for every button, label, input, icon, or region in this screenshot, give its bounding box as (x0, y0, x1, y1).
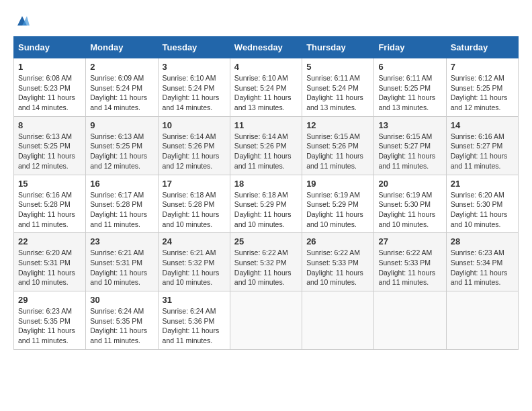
calendar-cell: 20 Sunrise: 6:19 AMSunset: 5:30 PMDaylig… (374, 175, 446, 233)
col-header-monday: Monday (86, 37, 158, 58)
day-info: Sunrise: 6:13 AMSunset: 5:25 PMDaylight:… (18, 132, 75, 170)
calendar-cell: 23 Sunrise: 6:21 AMSunset: 5:31 PMDaylig… (86, 233, 158, 291)
day-info: Sunrise: 6:10 AMSunset: 5:24 PMDaylight:… (234, 74, 292, 111)
day-number: 22 (18, 236, 81, 246)
calendar-cell: 15 Sunrise: 6:16 AMSunset: 5:28 PMDaylig… (14, 175, 86, 233)
day-info: Sunrise: 6:23 AMSunset: 5:35 PMDaylight:… (18, 307, 75, 345)
day-info: Sunrise: 6:22 AMSunset: 5:33 PMDaylight:… (306, 248, 363, 286)
day-number: 17 (163, 179, 226, 189)
day-number: 11 (234, 120, 298, 130)
day-number: 31 (163, 295, 226, 305)
day-info: Sunrise: 6:13 AMSunset: 5:25 PMDaylight:… (90, 132, 147, 170)
col-header-thursday: Thursday (302, 37, 374, 58)
day-number: 9 (90, 120, 153, 130)
calendar-cell: 6 Sunrise: 6:11 AMSunset: 5:25 PMDayligh… (374, 58, 446, 117)
calendar-cell (446, 291, 518, 350)
calendar-cell: 27 Sunrise: 6:22 AMSunset: 5:33 PMDaylig… (374, 233, 446, 291)
calendar-cell: 7 Sunrise: 6:12 AMSunset: 5:25 PMDayligh… (446, 58, 518, 117)
col-header-tuesday: Tuesday (158, 37, 230, 58)
day-number: 15 (18, 179, 81, 189)
header (13, 13, 519, 26)
calendar-body: 1 Sunrise: 6:08 AMSunset: 5:23 PMDayligh… (14, 58, 519, 350)
day-number: 24 (163, 236, 226, 246)
calendar-header-row: SundayMondayTuesdayWednesdayThursdayFrid… (14, 37, 519, 58)
day-info: Sunrise: 6:21 AMSunset: 5:31 PMDaylight:… (90, 248, 147, 286)
calendar-week-row: 1 Sunrise: 6:08 AMSunset: 5:23 PMDayligh… (14, 58, 519, 117)
day-info: Sunrise: 6:16 AMSunset: 5:28 PMDaylight:… (18, 191, 75, 228)
day-number: 20 (378, 179, 441, 189)
col-header-sunday: Sunday (14, 37, 86, 58)
calendar-cell: 25 Sunrise: 6:22 AMSunset: 5:32 PMDaylig… (230, 233, 302, 291)
calendar-week-row: 15 Sunrise: 6:16 AMSunset: 5:28 PMDaylig… (14, 175, 519, 233)
day-number: 2 (90, 62, 153, 72)
day-number: 27 (378, 236, 441, 246)
calendar-cell: 1 Sunrise: 6:08 AMSunset: 5:23 PMDayligh… (14, 58, 86, 117)
day-info: Sunrise: 6:22 AMSunset: 5:32 PMDaylight:… (234, 248, 292, 286)
day-info: Sunrise: 6:12 AMSunset: 5:25 PMDaylight:… (451, 74, 508, 111)
day-number: 7 (451, 62, 514, 72)
day-number: 23 (90, 236, 153, 246)
day-number: 28 (451, 236, 514, 246)
calendar-cell: 30 Sunrise: 6:24 AMSunset: 5:35 PMDaylig… (86, 291, 158, 350)
day-number: 29 (18, 295, 81, 305)
day-number: 3 (163, 62, 226, 72)
calendar-week-row: 8 Sunrise: 6:13 AMSunset: 5:25 PMDayligh… (14, 116, 519, 175)
day-number: 30 (90, 295, 153, 305)
calendar-cell: 8 Sunrise: 6:13 AMSunset: 5:25 PMDayligh… (14, 116, 86, 175)
calendar-cell: 3 Sunrise: 6:10 AMSunset: 5:24 PMDayligh… (158, 58, 230, 117)
day-info: Sunrise: 6:22 AMSunset: 5:33 PMDaylight:… (378, 248, 435, 286)
calendar-cell: 28 Sunrise: 6:23 AMSunset: 5:34 PMDaylig… (446, 233, 518, 291)
col-header-wednesday: Wednesday (230, 37, 302, 58)
calendar-cell: 4 Sunrise: 6:10 AMSunset: 5:24 PMDayligh… (230, 58, 302, 117)
calendar-week-row: 29 Sunrise: 6:23 AMSunset: 5:35 PMDaylig… (14, 291, 519, 350)
calendar-cell (302, 291, 374, 350)
day-info: Sunrise: 6:17 AMSunset: 5:28 PMDaylight:… (90, 191, 147, 228)
calendar-cell: 13 Sunrise: 6:15 AMSunset: 5:27 PMDaylig… (374, 116, 446, 175)
day-info: Sunrise: 6:15 AMSunset: 5:26 PMDaylight:… (306, 132, 363, 170)
day-info: Sunrise: 6:14 AMSunset: 5:26 PMDaylight:… (234, 132, 292, 170)
day-info: Sunrise: 6:16 AMSunset: 5:27 PMDaylight:… (451, 132, 508, 170)
day-info: Sunrise: 6:18 AMSunset: 5:29 PMDaylight:… (234, 191, 292, 228)
calendar-cell: 18 Sunrise: 6:18 AMSunset: 5:29 PMDaylig… (230, 175, 302, 233)
calendar-cell: 14 Sunrise: 6:16 AMSunset: 5:27 PMDaylig… (446, 116, 518, 175)
calendar-week-row: 22 Sunrise: 6:20 AMSunset: 5:31 PMDaylig… (14, 233, 519, 291)
day-info: Sunrise: 6:14 AMSunset: 5:26 PMDaylight:… (163, 132, 220, 170)
day-number: 16 (90, 179, 153, 189)
calendar-cell (230, 291, 302, 350)
day-info: Sunrise: 6:21 AMSunset: 5:32 PMDaylight:… (163, 248, 220, 286)
calendar-cell: 10 Sunrise: 6:14 AMSunset: 5:26 PMDaylig… (158, 116, 230, 175)
day-info: Sunrise: 6:18 AMSunset: 5:28 PMDaylight:… (163, 191, 220, 228)
day-number: 25 (234, 236, 298, 246)
day-info: Sunrise: 6:23 AMSunset: 5:34 PMDaylight:… (451, 248, 508, 286)
col-header-friday: Friday (374, 37, 446, 58)
col-header-saturday: Saturday (446, 37, 518, 58)
logo (13, 13, 30, 26)
day-number: 10 (163, 120, 226, 130)
calendar-cell: 19 Sunrise: 6:19 AMSunset: 5:29 PMDaylig… (302, 175, 374, 233)
day-info: Sunrise: 6:20 AMSunset: 5:31 PMDaylight:… (18, 248, 75, 286)
day-number: 4 (234, 62, 298, 72)
day-number: 14 (451, 120, 514, 130)
day-info: Sunrise: 6:24 AMSunset: 5:35 PMDaylight:… (90, 307, 147, 345)
day-info: Sunrise: 6:08 AMSunset: 5:23 PMDaylight:… (18, 74, 75, 111)
calendar-cell: 21 Sunrise: 6:20 AMSunset: 5:30 PMDaylig… (446, 175, 518, 233)
logo-icon (15, 13, 30, 28)
day-info: Sunrise: 6:09 AMSunset: 5:24 PMDaylight:… (90, 74, 147, 111)
day-info: Sunrise: 6:11 AMSunset: 5:24 PMDaylight:… (306, 74, 363, 111)
calendar-cell (374, 291, 446, 350)
calendar-cell: 12 Sunrise: 6:15 AMSunset: 5:26 PMDaylig… (302, 116, 374, 175)
day-number: 12 (306, 120, 369, 130)
calendar-cell: 22 Sunrise: 6:20 AMSunset: 5:31 PMDaylig… (14, 233, 86, 291)
day-number: 5 (306, 62, 369, 72)
day-number: 8 (18, 120, 81, 130)
calendar-cell: 5 Sunrise: 6:11 AMSunset: 5:24 PMDayligh… (302, 58, 374, 117)
calendar-cell: 2 Sunrise: 6:09 AMSunset: 5:24 PMDayligh… (86, 58, 158, 117)
day-info: Sunrise: 6:15 AMSunset: 5:27 PMDaylight:… (378, 132, 435, 170)
day-info: Sunrise: 6:20 AMSunset: 5:30 PMDaylight:… (451, 191, 508, 228)
day-number: 21 (451, 179, 514, 189)
day-number: 6 (378, 62, 441, 72)
day-number: 13 (378, 120, 441, 130)
calendar-cell: 16 Sunrise: 6:17 AMSunset: 5:28 PMDaylig… (86, 175, 158, 233)
calendar-cell: 29 Sunrise: 6:23 AMSunset: 5:35 PMDaylig… (14, 291, 86, 350)
day-info: Sunrise: 6:11 AMSunset: 5:25 PMDaylight:… (378, 74, 435, 111)
